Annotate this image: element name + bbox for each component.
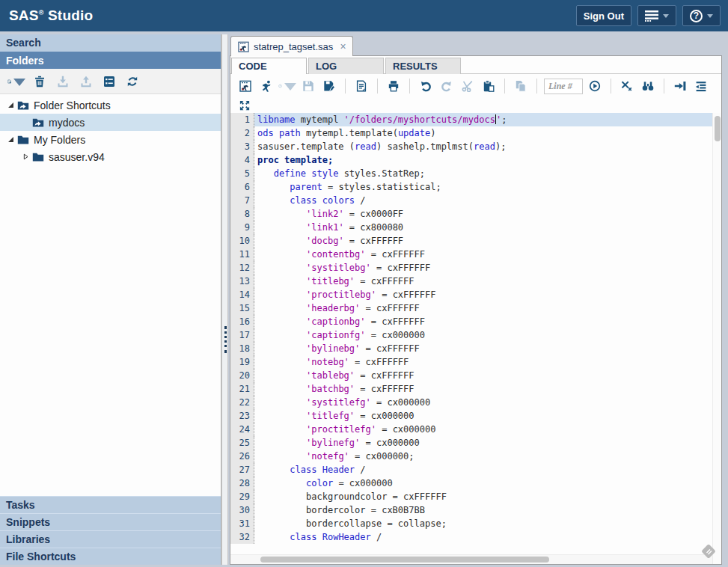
code-text-area[interactable]: 1libname mytempl '/folders/myshortcuts/m… bbox=[230, 113, 712, 554]
horizontal-scrollbar[interactable] bbox=[230, 554, 712, 564]
code-line-24[interactable]: 24 'proctitlefg' = cx000000 bbox=[230, 423, 712, 436]
code-line-6[interactable]: 6 parent = styles.statistical; bbox=[230, 180, 712, 194]
code-line-text[interactable]: bordercollapse = collapse; bbox=[254, 517, 712, 530]
maximize-view-icon[interactable] bbox=[236, 97, 254, 114]
caret-expanded-icon[interactable] bbox=[6, 136, 16, 143]
code-line-15[interactable]: 15 'headerbg' = cxFFFFFF bbox=[230, 301, 712, 315]
section-snippets[interactable]: Snippets bbox=[0, 513, 221, 530]
undo-icon[interactable] bbox=[417, 78, 435, 94]
code-line-12[interactable]: 12 'systitlebg' = cxFFFFFF bbox=[230, 261, 712, 275]
code-line-32[interactable]: 32 class RowHeader / bbox=[230, 530, 712, 544]
code-line-text[interactable]: 'captionfg' = cx000000 bbox=[254, 328, 712, 342]
code-line-18[interactable]: 18 'bylinebg' = cxFFFFFF bbox=[230, 342, 712, 355]
help-button[interactable]: ? bbox=[682, 5, 721, 26]
code-line-text[interactable]: parent = styles.statistical; bbox=[254, 180, 712, 194]
code-line-text[interactable]: proc template; bbox=[254, 153, 712, 167]
code-line-text[interactable]: class RowHeader / bbox=[254, 530, 712, 544]
goto-line-input[interactable] bbox=[544, 79, 583, 94]
code-line-text[interactable]: 'link1' = cx800080 bbox=[254, 221, 712, 234]
code-line-text[interactable]: 'link2' = cx0000FF bbox=[254, 207, 712, 221]
print-icon[interactable] bbox=[385, 78, 403, 94]
paste-icon[interactable] bbox=[480, 78, 498, 94]
code-line-text[interactable]: define style styles.StatRep; bbox=[254, 167, 712, 180]
code-line-text[interactable]: 'proctitlefg' = cx000000 bbox=[254, 423, 712, 436]
code-line-5[interactable]: 5 define style styles.StatRep; bbox=[230, 167, 712, 180]
pane-splitter[interactable] bbox=[221, 34, 228, 565]
application-options-button[interactable] bbox=[637, 5, 676, 26]
code-line-text[interactable]: 'docbg' = cxFFFFFF bbox=[254, 234, 712, 248]
code-line-20[interactable]: 20 'tablebg' = cxFFFFFF bbox=[230, 369, 712, 382]
code-line-2[interactable]: 2ods path mytempl.template(update) bbox=[230, 126, 712, 140]
code-line-text[interactable]: bordercolor = cxB0B7BB bbox=[254, 503, 712, 517]
code-line-text[interactable]: 'notefg' = cx000000; bbox=[254, 450, 712, 463]
delete-icon[interactable] bbox=[31, 73, 49, 90]
code-line-text[interactable]: class colors / bbox=[254, 194, 712, 207]
tree-item-sasuser-v94[interactable]: sasuser.v94 bbox=[0, 148, 221, 165]
tree-item-mydocs[interactable]: mydocs bbox=[0, 114, 221, 131]
code-line-text[interactable]: color = cx000000 bbox=[254, 476, 712, 490]
code-line-text[interactable]: 'titlebg' = cxFFFFFF bbox=[254, 275, 712, 288]
code-line-text[interactable]: 'systitlebg' = cxFFFFFF bbox=[254, 261, 712, 275]
code-line-13[interactable]: 13 'titlebg' = cxFFFFFF bbox=[230, 275, 712, 288]
code-line-14[interactable]: 14 'proctitlebg' = cxFFFFFF bbox=[230, 288, 712, 301]
code-line-31[interactable]: 31 bordercollapse = collapse; bbox=[230, 517, 712, 530]
code-line-25[interactable]: 25 'bylinefg' = cx000000 bbox=[230, 436, 712, 450]
code-line-29[interactable]: 29 backgroundcolor = cxFFFFFF bbox=[230, 490, 712, 503]
tab-log[interactable]: LOG bbox=[308, 58, 384, 74]
section-tasks[interactable]: Tasks bbox=[0, 496, 221, 513]
vertical-scrollbar[interactable] bbox=[712, 113, 721, 564]
tab-statrep-tagset[interactable]: statrep_tagset.sas × bbox=[230, 36, 353, 56]
save-as-icon[interactable] bbox=[320, 78, 338, 94]
code-line-text[interactable]: 'notebg' = cxFFFFFF bbox=[254, 355, 712, 369]
find-replace-icon[interactable] bbox=[639, 78, 657, 94]
code-line-text[interactable]: 'bylinebg' = cxFFFFFF bbox=[254, 342, 712, 355]
code-line-text[interactable]: 'systitlefg' = cx000000 bbox=[254, 396, 712, 409]
code-line-text[interactable]: 'proctitlebg' = cxFFFFFF bbox=[254, 288, 712, 301]
splitter-handle-icon[interactable] bbox=[224, 326, 227, 353]
code-line-22[interactable]: 22 'systitlefg' = cx000000 bbox=[230, 396, 712, 409]
tab-code[interactable]: CODE bbox=[231, 58, 307, 74]
code-line-text[interactable]: sasuser.template (read) sashelp.tmplmst(… bbox=[254, 140, 712, 153]
caret-collapsed-icon[interactable] bbox=[21, 153, 31, 160]
section-libraries[interactable]: Libraries bbox=[0, 530, 221, 548]
code-line-4[interactable]: 4proc template; bbox=[230, 153, 712, 167]
refresh-icon[interactable] bbox=[123, 73, 141, 90]
code-line-10[interactable]: 10 'docbg' = cxFFFFFF bbox=[230, 234, 712, 248]
format-code-icon[interactable] bbox=[692, 78, 710, 94]
code-line-16[interactable]: 16 'captionbg' = cxFFFFFF bbox=[230, 315, 712, 328]
tree-item-folder-shortcuts[interactable]: Folder Shortcuts bbox=[0, 96, 221, 114]
section-folders[interactable]: Folders bbox=[0, 52, 221, 69]
tree-item-my-folders[interactable]: My Folders bbox=[0, 131, 221, 148]
code-line-text[interactable]: 'batchbg' = cxFFFFFF bbox=[254, 382, 712, 396]
resize-grip-icon[interactable] bbox=[697, 540, 720, 563]
code-line-21[interactable]: 21 'batchbg' = cxFFFFFF bbox=[230, 382, 712, 396]
vertical-scrollbar-thumb[interactable] bbox=[715, 116, 721, 141]
code-line-7[interactable]: 7 class colors / bbox=[230, 194, 712, 207]
goto-line-icon[interactable] bbox=[586, 78, 604, 94]
code-line-28[interactable]: 28 color = cx000000 bbox=[230, 476, 712, 490]
code-line-17[interactable]: 17 'captionfg' = cx000000 bbox=[230, 328, 712, 342]
section-file-shortcuts[interactable]: File Shortcuts bbox=[0, 548, 221, 565]
horizontal-scrollbar-thumb[interactable] bbox=[260, 557, 549, 563]
new-icon[interactable] bbox=[7, 73, 25, 90]
code-line-3[interactable]: 3sasuser.template (read) sashelp.tmplmst… bbox=[230, 140, 712, 153]
code-line-11[interactable]: 11 'contentbg' = cxFFFFFF bbox=[230, 248, 712, 261]
code-line-text[interactable]: 'bylinefg' = cx000000 bbox=[254, 436, 712, 450]
code-line-text[interactable]: libname mytempl '/folders/myshortcuts/my… bbox=[254, 113, 712, 126]
code-line-text[interactable]: 'contentbg' = cxFFFFFF bbox=[254, 248, 712, 261]
section-search[interactable]: Search bbox=[0, 34, 221, 52]
code-line-text[interactable]: 'headerbg' = cxFFFFFF bbox=[254, 301, 712, 315]
new-program-icon[interactable] bbox=[236, 78, 254, 94]
code-line-27[interactable]: 27 class Header / bbox=[230, 463, 712, 476]
clear-code-icon[interactable] bbox=[618, 78, 636, 94]
code-line-9[interactable]: 9 'link1' = cx800080 bbox=[230, 221, 712, 234]
properties-icon[interactable] bbox=[100, 73, 118, 90]
sign-out-button[interactable]: Sign Out bbox=[576, 5, 631, 26]
code-line-30[interactable]: 30 bordercolor = cxB0B7BB bbox=[230, 503, 712, 517]
code-line-19[interactable]: 19 'notebg' = cxFFFFFF bbox=[230, 355, 712, 369]
code-line-text[interactable]: ods path mytempl.template(update) bbox=[254, 126, 712, 140]
code-line-23[interactable]: 23 'titlefg' = cx000000 bbox=[230, 409, 712, 423]
run-icon[interactable] bbox=[257, 78, 275, 94]
code-line-text[interactable]: 'titlefg' = cx000000 bbox=[254, 409, 712, 423]
close-icon[interactable]: × bbox=[340, 40, 346, 52]
